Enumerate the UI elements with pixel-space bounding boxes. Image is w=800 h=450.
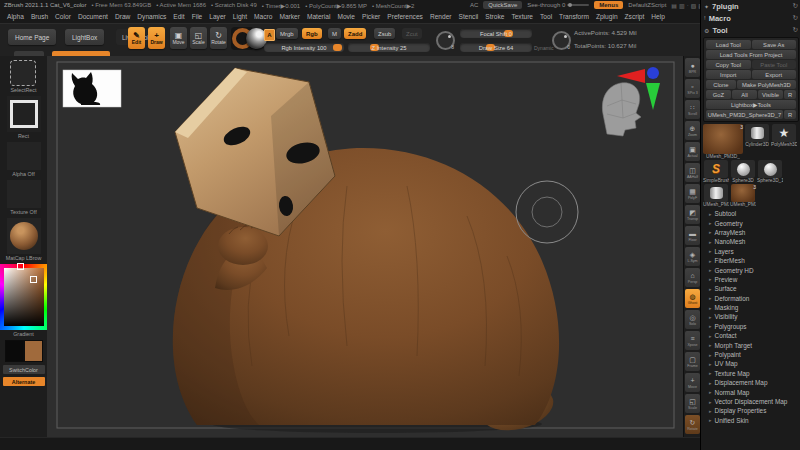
subpalette-row[interactable]: ▸ UV Map (701, 359, 800, 368)
goz-r-button[interactable]: R (784, 90, 796, 99)
subpalette-row[interactable]: ▸ Polygroups (701, 322, 800, 331)
subpalette-row[interactable]: ▸ Morph Target (701, 340, 800, 349)
hue-selector-handle[interactable] (17, 263, 24, 270)
right-shelf-button[interactable]: ◈ L.Sym (685, 247, 700, 266)
tool-inventory-item[interactable]: ★ PolyMesh3D (771, 124, 797, 159)
subpalette-row[interactable]: ▸ Surface (701, 284, 800, 293)
subpalette-row[interactable]: ▸ Displacement Map (701, 378, 800, 387)
stroke-type[interactable]: Rect (7, 96, 41, 139)
subpalette-row[interactable]: ▸ Vector Displacement Map (701, 397, 800, 406)
menu-item[interactable]: Layer (209, 13, 226, 20)
draw-mode-button[interactable]: +Draw (148, 27, 165, 49)
draw-size-slider[interactable]: Draw Size 64 (460, 43, 532, 52)
subpalette-row[interactable]: ▸ Subtool (701, 209, 800, 218)
gradient-label[interactable]: Gradient (13, 331, 34, 337)
right-shelf-button[interactable]: + Move (685, 373, 700, 392)
right-shelf-button[interactable]: ∷ Scroll (685, 100, 700, 119)
stroke-selector[interactable]: SelectRect (10, 60, 36, 93)
color-chip[interactable]: A (264, 29, 275, 41)
y-axis-arrow[interactable] (646, 83, 660, 110)
subpalette-row[interactable]: ▸ Geometry (701, 218, 800, 227)
main-color-swatch[interactable] (5, 340, 24, 362)
gravity-dial[interactable]: 0 (552, 31, 571, 50)
menu-item[interactable]: Preferences (387, 13, 423, 20)
menus-toggle[interactable]: Menus (594, 1, 623, 9)
layout2-icon[interactable]: ▥ (679, 2, 685, 9)
lightbox-tools-button[interactable]: Lightbox▶Tools (706, 100, 796, 109)
tool-inventory-item[interactable]: 3 UMesh_PM3D_ (703, 124, 743, 159)
z-axis-dot[interactable] (647, 67, 659, 79)
subpalette-row[interactable]: ▸ Polypaint (701, 350, 800, 359)
tool-r-button[interactable]: R (784, 110, 796, 119)
import-button[interactable]: Import (706, 70, 751, 79)
menu-item[interactable]: Edit (173, 13, 184, 20)
hue-ring[interactable] (0, 264, 48, 330)
tool-cycle-icon[interactable]: ↻ (793, 26, 798, 34)
goz-visible-button[interactable]: Visible (758, 90, 783, 99)
scale-mode-button[interactable]: ◱Scale (190, 27, 207, 49)
sculpt-viewport[interactable] (47, 56, 683, 437)
zcut-button[interactable]: Zcut (402, 28, 422, 39)
subpalette-row[interactable]: ▸ Visibility (701, 312, 800, 321)
cat-paw[interactable] (218, 227, 268, 265)
lightbox-button[interactable]: LightBox (65, 29, 104, 45)
right-shelf-button[interactable]: ▫ SPix 3 (685, 79, 700, 98)
subpalette-row[interactable]: ▸ Display Properties (701, 406, 800, 415)
see-through-slider[interactable]: See-through 0 (527, 2, 589, 8)
menu-item[interactable]: Dynamics (137, 13, 166, 20)
right-shelf-button[interactable]: ≡ Xpose (685, 331, 700, 350)
rgb-button[interactable]: Rgb (302, 28, 322, 39)
save-as-button[interactable]: Save As (752, 40, 797, 49)
tool-inventory-item[interactable]: 3 UMesh_PM3D_ (730, 184, 756, 207)
rgb-intensity-slider[interactable]: Rgb Intensity 100 (264, 43, 344, 52)
right-shelf-button[interactable]: ● BPR (685, 58, 700, 77)
menu-item[interactable]: Tool (540, 13, 552, 20)
see-through-track[interactable] (567, 4, 589, 6)
zscript-label[interactable]: DefaultZScript (628, 2, 666, 8)
subpalette-row[interactable]: ▸ Layers (701, 247, 800, 256)
subpalette-row[interactable]: ▸ FiberMesh (701, 256, 800, 265)
menu-item[interactable]: Render (430, 13, 452, 20)
goz-button[interactable]: GoZ (706, 90, 731, 99)
zadd-button[interactable]: Zadd (344, 28, 366, 39)
subpalette-row[interactable]: ▸ Preview (701, 275, 800, 284)
right-shelf-button[interactable]: ◫ AAHalf (685, 163, 700, 182)
active-tool-name[interactable]: UMesh_PM3D_Sphere3D_7 (706, 110, 783, 119)
right-shelf-button[interactable]: ▢ Frame (685, 352, 700, 371)
paste-tool-button[interactable]: Paste Tool (752, 60, 797, 69)
right-shelf-button[interactable]: ▣ Actual (685, 142, 700, 161)
tool-inventory-item[interactable]: S SimpleBrush (703, 160, 729, 183)
rgb-intensity-handle[interactable] (333, 44, 342, 51)
subpalette-row[interactable]: ▸ Geometry HD (701, 265, 800, 274)
menu-item[interactable]: Brush (31, 13, 48, 20)
menu-item[interactable]: Transform (559, 13, 589, 20)
zsub-button[interactable]: Zsub (374, 28, 395, 39)
menu-item[interactable]: Macro (254, 13, 272, 20)
right-shelf-button[interactable]: ▦ PolyF (685, 184, 700, 203)
tool-palette-header[interactable]: ⚙Tool↻ (701, 24, 800, 36)
subpalette-row[interactable]: ▸ Deformation (701, 294, 800, 303)
texture-selector[interactable]: Texture Off (7, 180, 41, 215)
right-shelf-button[interactable]: ▬ Floor (685, 226, 700, 245)
switch-color-button[interactable]: SwitchColor (3, 365, 45, 374)
plugin-cycle-icon[interactable]: ↻ (793, 2, 798, 10)
rotate-mode-button[interactable]: ↻Rotate (210, 27, 227, 49)
right-shelf-button[interactable]: ◱ Scale (685, 394, 700, 413)
macro-cycle-icon[interactable]: ↻ (793, 14, 798, 22)
menu-item[interactable]: Help (651, 13, 665, 20)
camera-head-preview[interactable] (602, 83, 641, 136)
stroke-dial[interactable]: 8 (436, 31, 455, 50)
menu-item[interactable]: Color (55, 13, 71, 20)
subpalette-row[interactable]: ▸ Texture Map (701, 369, 800, 378)
z-intensity-slider[interactable]: Z Intensity 25 (348, 43, 430, 52)
copy-tool-button[interactable]: Copy Tool (706, 60, 751, 69)
color-selector-handle[interactable] (30, 276, 37, 283)
menu-item[interactable]: Material (307, 13, 330, 20)
menu-item[interactable]: Alpha (7, 13, 24, 20)
x-axis-arrow[interactable] (617, 69, 645, 83)
dynamic-label[interactable]: Dynamic (534, 45, 553, 51)
tool-inventory-item[interactable]: Sphere3D_1 (757, 160, 783, 183)
macro-palette-header[interactable]: !Macro↻ (701, 12, 800, 24)
layout-icon[interactable]: ▤ (671, 2, 677, 9)
menu-item[interactable]: Picker (362, 13, 380, 20)
